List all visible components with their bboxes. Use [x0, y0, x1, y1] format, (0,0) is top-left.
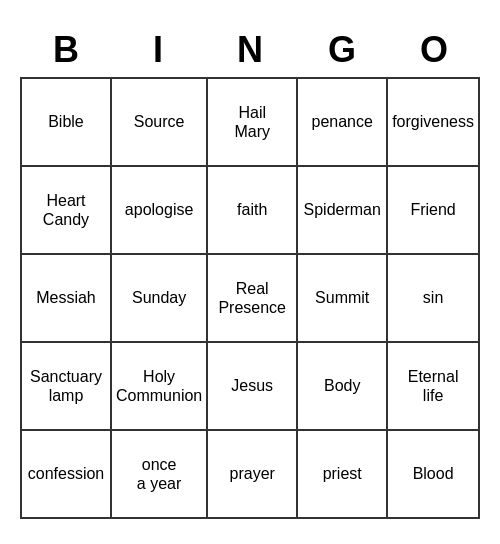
cell-text: Sanctuarylamp	[30, 367, 102, 405]
bingo-cell: HolyCommunion	[112, 343, 208, 431]
bingo-cell: Source	[112, 79, 208, 167]
bingo-cell: Body	[298, 343, 388, 431]
bingo-cell: Sunday	[112, 255, 208, 343]
cell-text: HailMary	[234, 103, 270, 141]
cell-text: prayer	[230, 464, 275, 483]
bingo-cell: oncea year	[112, 431, 208, 519]
cell-text: confession	[28, 464, 105, 483]
bingo-cell: Bible	[22, 79, 112, 167]
bingo-cell: Blood	[388, 431, 480, 519]
bingo-cell: RealPresence	[208, 255, 298, 343]
bingo-cell: HailMary	[208, 79, 298, 167]
bingo-cell: apologise	[112, 167, 208, 255]
bingo-card: BINGO BibleSourceHailMarypenanceforgiven…	[10, 15, 490, 529]
bingo-cell: Sanctuarylamp	[22, 343, 112, 431]
cell-text: Bible	[48, 112, 84, 131]
bingo-cell: Messiah	[22, 255, 112, 343]
cell-text: Source	[134, 112, 185, 131]
header-letter: O	[388, 25, 480, 75]
header-letter: G	[296, 25, 388, 75]
bingo-cell: Eternallife	[388, 343, 480, 431]
header-letter: B	[20, 25, 112, 75]
bingo-cell: sin	[388, 255, 480, 343]
bingo-cell: Spiderman	[298, 167, 388, 255]
header-letter: N	[204, 25, 296, 75]
cell-text: Jesus	[231, 376, 273, 395]
cell-text: Friend	[410, 200, 455, 219]
cell-text: Spiderman	[304, 200, 381, 219]
cell-text: RealPresence	[218, 279, 286, 317]
bingo-cell: penance	[298, 79, 388, 167]
cell-text: priest	[323, 464, 362, 483]
cell-text: Eternallife	[408, 367, 459, 405]
bingo-cell: forgiveness	[388, 79, 480, 167]
header-letter: I	[112, 25, 204, 75]
bingo-cell: HeartCandy	[22, 167, 112, 255]
cell-text: penance	[311, 112, 372, 131]
bingo-cell: Friend	[388, 167, 480, 255]
bingo-cell: priest	[298, 431, 388, 519]
cell-text: Blood	[413, 464, 454, 483]
cell-text: sin	[423, 288, 443, 307]
bingo-cell: confession	[22, 431, 112, 519]
cell-text: Sunday	[132, 288, 186, 307]
cell-text: HolyCommunion	[116, 367, 202, 405]
bingo-cell: prayer	[208, 431, 298, 519]
cell-text: Messiah	[36, 288, 96, 307]
bingo-cell: Summit	[298, 255, 388, 343]
bingo-header: BINGO	[20, 25, 480, 75]
bingo-grid: BibleSourceHailMarypenanceforgivenessHea…	[20, 77, 480, 519]
bingo-cell: Jesus	[208, 343, 298, 431]
cell-text: apologise	[125, 200, 194, 219]
bingo-cell: faith	[208, 167, 298, 255]
cell-text: faith	[237, 200, 267, 219]
cell-text: oncea year	[137, 455, 181, 493]
cell-text: Body	[324, 376, 360, 395]
cell-text: Summit	[315, 288, 369, 307]
cell-text: forgiveness	[392, 112, 474, 131]
cell-text: HeartCandy	[43, 191, 89, 229]
